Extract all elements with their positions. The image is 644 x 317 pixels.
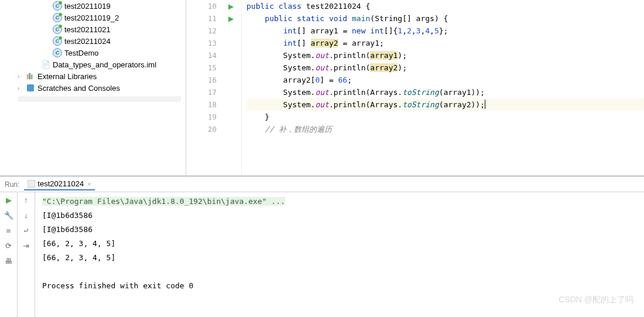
up-icon[interactable]: ↑ (21, 195, 32, 205)
chevron-right-icon[interactable]: › (18, 85, 25, 91)
code-line[interactable]: int[] array1 = new int[]{1,2,3,4,5}; (246, 25, 644, 37)
line-number: 11 (186, 14, 228, 23)
code-line[interactable]: System.out.println(array2); (246, 62, 644, 74)
code-editor[interactable]: 10▶11▶121314151617181920 public class te… (186, 0, 644, 175)
tree-item-data-types-and-operators-iml[interactable]: 📄Data_types_and_operators.iml (0, 59, 186, 70)
class-icon: C (53, 13, 62, 22)
run-line-icon[interactable]: ▶ (228, 15, 237, 23)
bookmarks-tab[interactable]: okmarks (0, 276, 1, 301)
stop-button[interactable]: ■ (4, 225, 14, 236)
run-line-icon[interactable]: ▶ (228, 2, 237, 11)
line-number: 10 (186, 2, 228, 11)
run-panel: Run: test20211024 × ▶ 🔧 ■ ⟳ 🖶 ↑ ↓ ⤶ ⇥ "C… (0, 176, 644, 317)
tree-item-label: Data_types_and_operators.iml (53, 60, 156, 69)
svg-rect-0 (27, 74, 29, 80)
dump-threads-icon[interactable]: ⟳ (4, 240, 14, 251)
line-number: 16 (186, 76, 228, 84)
tree-item-external-libraries[interactable]: ›External Libraries (0, 70, 186, 82)
rerun-button[interactable]: ▶ (4, 195, 14, 205)
project-tree: Ctest20211019Ctest20211019_2Ctest2021102… (0, 0, 186, 175)
tree-item-label: test20211019 (64, 2, 111, 11)
class-icon: C (53, 48, 62, 57)
line-number: 19 (186, 113, 228, 121)
tree-item-test20211024[interactable]: Ctest20211024 (0, 35, 186, 47)
tree-item-label: test20211021 (64, 25, 111, 34)
run-tab-label: test20211024 (37, 179, 84, 188)
tree-item-test20211021[interactable]: Ctest20211021 (0, 23, 186, 35)
run-config-icon (28, 180, 35, 188)
tree-item-testdemo[interactable]: CTestDemo (0, 47, 186, 59)
run-panel-header: Run: test20211024 × (0, 177, 644, 192)
code-line[interactable]: // 补，数组的遍历 (246, 123, 644, 135)
editor-code-area[interactable]: public class test20211024 { public stati… (242, 0, 644, 175)
run-tab[interactable]: test20211024 × (24, 178, 94, 190)
tree-item-test20211019-2[interactable]: Ctest20211019_2 (0, 12, 186, 23)
line-number: 14 (186, 51, 228, 60)
run-label: Run: (5, 180, 19, 189)
line-number: 12 (186, 26, 228, 35)
tree-item-label: test20211019_2 (64, 13, 119, 22)
code-line[interactable]: public class test20211024 { (246, 0, 644, 12)
wrench-icon[interactable]: 🔧 (4, 210, 14, 220)
scratch-icon (26, 83, 35, 93)
soft-wrap-icon[interactable]: ⤶ (21, 225, 32, 236)
run-toolbar-right: ↑ ↓ ⤶ ⇥ (18, 192, 35, 317)
editor-gutter: 10▶11▶121314151617181920 (186, 0, 242, 175)
line-number: 20 (186, 125, 228, 134)
close-icon[interactable]: × (87, 180, 91, 188)
code-line[interactable]: array2[0] = 66; (246, 74, 644, 86)
tree-item-label: test20211024 (64, 37, 111, 46)
svg-rect-2 (31, 74, 33, 79)
tree-item-scratches-and-consoles[interactable]: ›Scratches and Consoles (0, 82, 186, 94)
code-line[interactable]: public static void main(String[] args) { (246, 12, 644, 25)
line-number: 18 (186, 100, 228, 109)
tree-item-label: Scratches and Consoles (37, 84, 120, 93)
console-output[interactable]: "C:\Program Files\Java\jdk1.8.0_192\bin\… (35, 192, 644, 317)
code-line[interactable]: int[] array2 = array1; (246, 37, 644, 49)
tree-item-label: TestDemo (64, 49, 99, 57)
file-icon: 📄 (41, 60, 50, 69)
class-icon: C (53, 25, 62, 34)
code-line[interactable]: System.out.println(Arrays.toString(array… (246, 86, 644, 98)
line-number: 13 (186, 39, 228, 47)
line-number: 15 (186, 63, 228, 72)
print-icon[interactable]: 🖶 (4, 255, 14, 266)
run-toolbar-left: ▶ 🔧 ■ ⟳ 🖶 (0, 192, 18, 317)
code-line[interactable]: System.out.println(Arrays.toString(array… (246, 98, 644, 111)
text-cursor (485, 100, 485, 109)
code-line[interactable]: System.out.println(array1); (246, 49, 644, 62)
scrollbar-horizontal[interactable] (18, 96, 181, 102)
down-icon[interactable]: ↓ (21, 210, 32, 220)
line-number: 17 (186, 88, 228, 97)
class-icon: C (53, 1, 62, 11)
tree-item-label: External Libraries (37, 72, 97, 81)
scroll-end-icon[interactable]: ⇥ (21, 240, 32, 251)
tree-item-test20211019[interactable]: Ctest20211019 (0, 0, 186, 12)
code-line[interactable]: } (246, 111, 644, 123)
class-icon: C (53, 36, 62, 46)
chevron-right-icon[interactable]: › (18, 73, 25, 80)
svg-rect-1 (29, 73, 30, 80)
library-icon (26, 71, 35, 81)
